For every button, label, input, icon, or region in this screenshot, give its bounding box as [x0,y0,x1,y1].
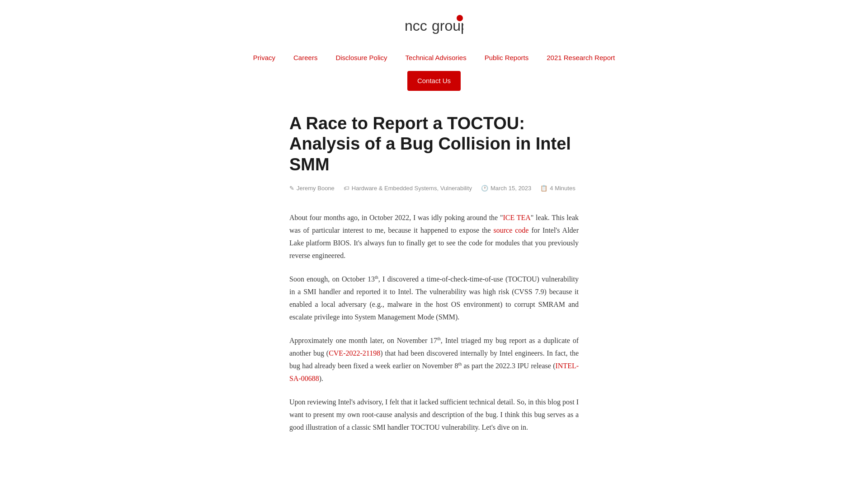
svg-text:ncc: ncc [405,18,427,34]
meta-category: 🏷 Hardware & Embedded Systems, Vulnerabi… [344,184,472,193]
article-meta: ✎ Jeremy Boone 🏷 Hardware & Embedded Sys… [289,184,579,193]
nav-link-research[interactable]: 2021 Research Report [547,54,615,61]
page-wrapper: ncc group Privacy Careers Disclosure Pol… [0,0,868,434]
article-title: A Race to Report a TOCTOU: Analysis of a… [289,113,579,175]
meta-read-time: 📋 4 Minutes [540,184,575,193]
logo[interactable]: ncc group [405,14,463,38]
author-icon: ✎ [289,184,294,193]
ice-tea-link[interactable]: ICE TEA [503,214,530,221]
meta-date: 🕐 March 15, 2023 [481,184,531,193]
category-link[interactable]: Hardware & Embedded Systems, Vulnerabili… [352,184,472,193]
clock-icon: 🕐 [481,184,488,193]
author-link[interactable]: Jeremy Boone [297,184,335,193]
read-time-text: 4 Minutes [550,184,575,193]
nav-item-technical[interactable]: Technical Advisories [406,52,467,64]
time-icon: 📋 [540,184,547,193]
article-body: About four months ago, in October 2022, … [289,211,579,434]
paragraph-1: About four months ago, in October 2022, … [289,211,579,262]
main-content: A Race to Report a TOCTOU: Analysis of a… [280,113,588,434]
category-icon: 🏷 [344,184,349,193]
nav-links: Privacy Careers Disclosure Policy Techni… [253,52,615,64]
nav-item-public-reports[interactable]: Public Reports [485,52,529,64]
nav-item-disclosure[interactable]: Disclosure Policy [335,52,387,64]
logo-image: ncc group [405,14,463,38]
intel-sa-link[interactable]: INTEL-SA-00688 [289,362,579,382]
main-nav: Privacy Careers Disclosure Policy Techni… [0,43,868,95]
cve-link[interactable]: CVE-2022-21198 [329,349,380,357]
source-code-link[interactable]: source code [494,226,529,234]
date-text: March 15, 2023 [491,184,531,193]
nav-link-technical[interactable]: Technical Advisories [406,54,467,61]
paragraph-2: Soon enough, on October 13th, I discover… [289,273,579,324]
contact-us-button[interactable]: Contact Us [407,71,461,91]
nav-link-privacy[interactable]: Privacy [253,54,275,61]
nav-item-privacy[interactable]: Privacy [253,52,275,64]
nav-link-public-reports[interactable]: Public Reports [485,54,529,61]
svg-point-2 [457,15,463,21]
paragraph-3: Approximately one month later, on Novemb… [289,334,579,385]
nav-item-research[interactable]: 2021 Research Report [547,52,615,64]
site-header: ncc group [0,0,868,43]
nav-link-careers[interactable]: Careers [293,54,317,61]
nav-link-disclosure[interactable]: Disclosure Policy [335,54,387,61]
nav-item-careers[interactable]: Careers [293,52,317,64]
paragraph-4: Upon reviewing Intel's advisory, I felt … [289,396,579,434]
meta-author: ✎ Jeremy Boone [289,184,335,193]
